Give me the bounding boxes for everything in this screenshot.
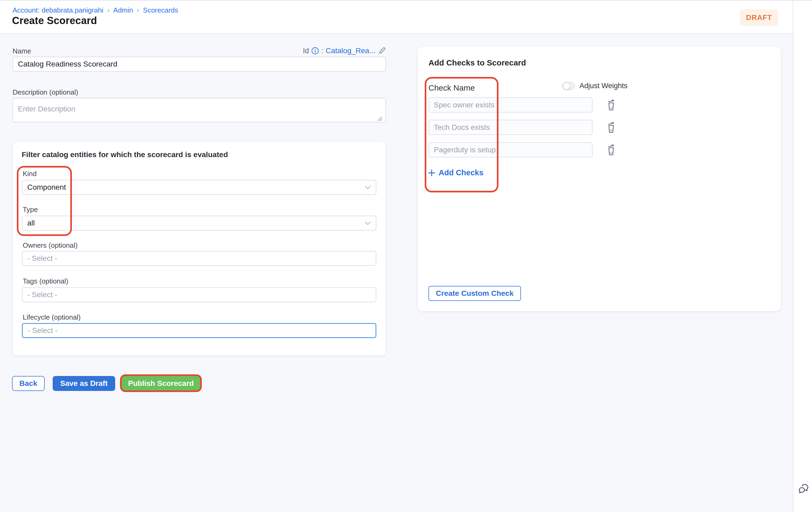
tags-label: Tags (optional)	[23, 277, 68, 285]
kind-value: Component	[27, 183, 66, 191]
add-checks-heading: Add Checks to Scorecard	[429, 58, 526, 67]
type-label: Type	[23, 206, 38, 214]
kind-select[interactable]: Component	[22, 180, 376, 195]
owners-label: Owners (optional)	[23, 241, 78, 249]
edit-id-button[interactable]	[378, 47, 386, 55]
help-chat-button[interactable]	[797, 483, 810, 496]
info-icon[interactable]	[311, 47, 319, 55]
type-select[interactable]: all	[22, 216, 376, 231]
breadcrumb-separator: ›	[137, 6, 139, 14]
right-side-strip	[793, 0, 812, 512]
delete-check-button[interactable]	[605, 121, 617, 133]
check-name-input[interactable]	[429, 120, 592, 135]
scorecard-id-row: Id : Catalog_Rea...	[278, 45, 386, 57]
create-custom-check-button[interactable]: Create Custom Check	[429, 286, 521, 301]
add-checks-panel: Add Checks to Scorecard Check Name Adjus…	[417, 46, 781, 311]
scorecard-id-link[interactable]: Catalog_Rea...	[325, 47, 376, 55]
lifecycle-label: Lifecycle (optional)	[23, 313, 81, 322]
chevron-down-icon	[365, 185, 371, 189]
breadcrumb-separator: ›	[107, 6, 110, 14]
name-label: Name	[12, 47, 31, 55]
save-as-draft-button[interactable]: Save as Draft	[53, 376, 115, 391]
check-name-input[interactable]	[429, 97, 592, 113]
breadcrumb-admin-link[interactable]: Admin	[113, 6, 133, 14]
filter-card: Filter catalog entities for which the sc…	[12, 142, 386, 355]
plus-icon	[428, 169, 435, 177]
page-header: Account: debabrata.panigrahi › Admin › S…	[0, 0, 793, 34]
filter-heading: Filter catalog entities for which the sc…	[22, 150, 228, 159]
adjust-weights-label: Adjust Weights	[579, 82, 628, 90]
description-textarea[interactable]	[12, 98, 386, 122]
page-title: Create Scorecard	[12, 15, 97, 26]
name-input[interactable]	[12, 57, 386, 71]
chat-icon	[797, 483, 810, 496]
id-label: Id	[303, 47, 309, 55]
back-button[interactable]: Back	[12, 376, 45, 391]
breadcrumb: Account: debabrata.panigrahi › Admin › S…	[12, 6, 178, 14]
owners-select[interactable]: - Select -	[22, 251, 376, 266]
tags-select[interactable]: - Select -	[22, 287, 376, 302]
delete-check-button[interactable]	[605, 144, 617, 156]
toggle-knob	[563, 83, 570, 90]
breadcrumb-scorecards-link[interactable]: Scorecards	[143, 6, 178, 14]
window-top-edge	[0, 0, 812, 1]
add-checks-label: Add Checks	[439, 168, 484, 177]
kind-label: Kind	[23, 170, 37, 178]
check-name-input[interactable]	[429, 142, 592, 157]
pencil-icon	[378, 47, 386, 55]
resize-handle-icon[interactable]	[376, 115, 383, 122]
add-checks-button[interactable]: Add Checks	[428, 168, 484, 177]
owners-placeholder: - Select -	[27, 254, 57, 263]
delete-check-button[interactable]	[605, 99, 617, 111]
trash-icon	[606, 99, 616, 111]
type-value: all	[27, 219, 35, 228]
trash-icon	[606, 122, 616, 133]
lifecycle-placeholder: - Select -	[28, 326, 57, 335]
chevron-down-icon	[365, 221, 371, 225]
description-label: Description (optional)	[12, 88, 78, 96]
tags-placeholder: - Select -	[27, 291, 57, 299]
id-separator: :	[321, 47, 323, 55]
adjust-weights-toggle[interactable]	[562, 82, 575, 90]
trash-icon	[606, 144, 616, 155]
check-name-column-header: Check Name	[429, 83, 475, 92]
breadcrumb-account-link[interactable]: Account: debabrata.panigrahi	[12, 6, 104, 14]
lifecycle-select[interactable]: - Select -	[22, 323, 376, 338]
publish-scorecard-button[interactable]: Publish Scorecard	[122, 376, 200, 391]
adjust-weights-row: Adjust Weights	[562, 82, 628, 90]
status-badge: DRAFT	[740, 9, 778, 26]
